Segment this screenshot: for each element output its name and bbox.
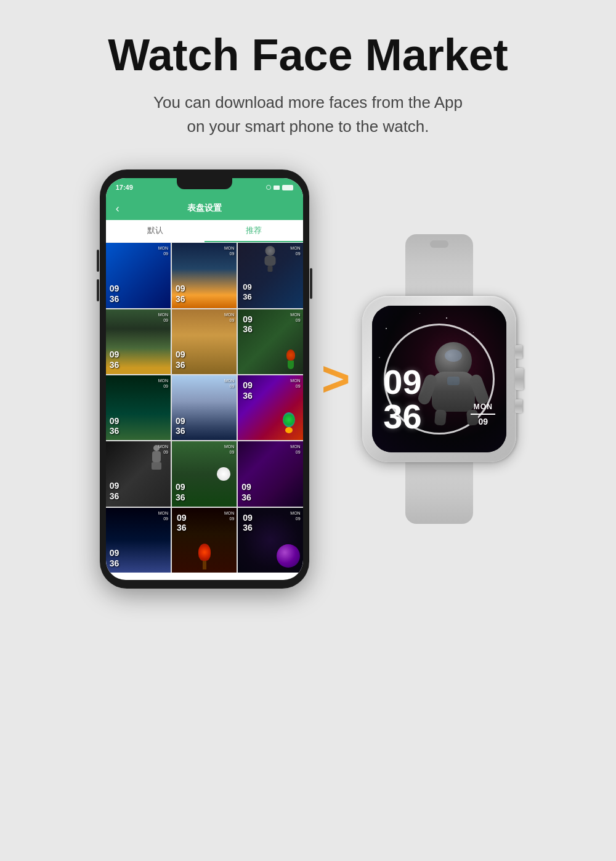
- watch-face-12[interactable]: 0936 MON09: [238, 441, 302, 506]
- phone-vol-up: [97, 250, 99, 272]
- phone-status-icons: [266, 185, 293, 190]
- page-subtitle: You can download more faces from the App…: [153, 91, 463, 139]
- arrow-symbol: >: [322, 354, 351, 404]
- watch-day-line: [471, 414, 495, 415]
- watch-face-9[interactable]: 0936 MON09: [238, 375, 302, 440]
- watch-case: 09 36 MON 09: [362, 296, 516, 462]
- watch-faces-grid: 0936 MON09 0936 MON09: [106, 243, 303, 573]
- page-container: Watch Face Market You can download more …: [0, 0, 616, 861]
- app-header: ‹ 表盘设置: [106, 197, 303, 220]
- back-button[interactable]: ‹: [116, 202, 120, 215]
- star-1: [386, 328, 387, 329]
- watch-button-top[interactable]: [515, 345, 522, 359]
- phone-status-bar: 17:49: [106, 178, 303, 197]
- watch-band-top: [405, 234, 473, 296]
- watch-face-4[interactable]: 0936 MON09: [106, 309, 171, 374]
- star-5: [379, 357, 380, 358]
- watch-face-11[interactable]: 0936 MON09: [172, 441, 237, 506]
- watch-face-5[interactable]: 0936 MON09: [172, 309, 237, 374]
- watch-face-13[interactable]: 0936 MON09: [106, 508, 171, 573]
- watch-face-14[interactable]: 0936 MON09: [172, 508, 237, 573]
- watch-face-15[interactable]: 0936 MON09: [238, 508, 302, 573]
- watch-band-bottom: [405, 462, 473, 524]
- star-6: [419, 313, 420, 314]
- watch-face-10[interactable]: 0936 MON09: [106, 441, 171, 506]
- watch-face-8[interactable]: 0936 MON09: [172, 375, 237, 440]
- watch-screen: 09 36 MON 09: [372, 306, 506, 452]
- watch-crown: [515, 368, 524, 390]
- phone-power: [310, 268, 312, 299]
- star-4: [473, 332, 474, 333]
- battery-icon: [282, 185, 293, 190]
- watch-face-6[interactable]: 0936 MON09: [238, 309, 302, 374]
- star-3: [446, 317, 447, 319]
- smartwatch-wrapper: 09 36 MON 09: [362, 234, 516, 524]
- watch-face-7[interactable]: 0936 MON09: [106, 375, 171, 440]
- phone-wrapper: 17:49 ‹ 表盘设置: [100, 169, 309, 589]
- watch-face-display: 09 36 MON 09: [372, 306, 506, 452]
- devices-row: 17:49 ‹ 表盘设置: [0, 169, 616, 589]
- watch-time-display: 09 36: [383, 365, 421, 434]
- wifi-icon: [274, 186, 280, 190]
- signal-icon: [266, 185, 271, 190]
- tab-recommended[interactable]: 推荐: [205, 220, 303, 242]
- phone-outer: 17:49 ‹ 表盘设置: [100, 169, 309, 589]
- watch-minute: 36: [383, 399, 421, 434]
- watch-face-2[interactable]: 0936 MON09: [172, 243, 237, 308]
- page-title: Watch Face Market: [108, 31, 508, 80]
- watch-hour: 09: [383, 365, 421, 399]
- watch-date-display: MON 09: [471, 402, 495, 428]
- tab-default[interactable]: 默认: [106, 220, 205, 242]
- watch-button-bottom[interactable]: [515, 399, 522, 413]
- app-tabs: 默认 推荐: [106, 220, 303, 243]
- astro-leg-left: [434, 409, 447, 425]
- phone-screen: 17:49 ‹ 表盘设置: [106, 178, 303, 580]
- app-header-title: 表盘设置: [187, 203, 222, 214]
- watch-face-3[interactable]: 0936 MON09: [238, 243, 302, 308]
- watch-date: 09: [471, 416, 495, 428]
- phone-time: 17:49: [116, 184, 133, 191]
- watch-day: MON: [471, 402, 495, 412]
- watch-face-1[interactable]: 0936 MON09: [106, 243, 171, 308]
- phone-vol-down: [97, 279, 99, 301]
- astro-body: [432, 372, 475, 412]
- phone-notch: [177, 178, 232, 189]
